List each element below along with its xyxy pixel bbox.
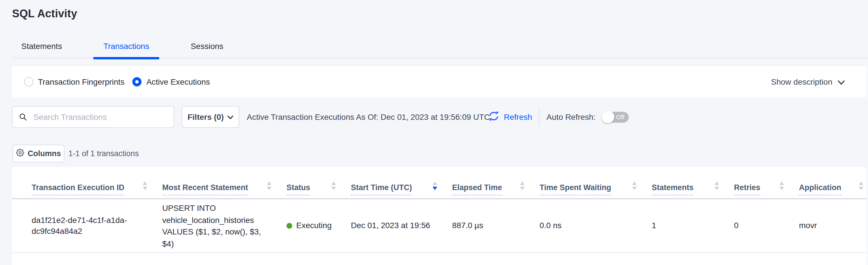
toggle-state-label: Off (616, 111, 624, 123)
cell-start-time: Dec 01, 2023 at 19:56 (351, 199, 452, 252)
cell-time-spent-waiting: 0.0 ns (539, 199, 652, 252)
columns-label: Columns (28, 149, 61, 158)
sort-icon (779, 182, 784, 190)
cell-retries: 0 (734, 199, 799, 252)
page-title: SQL Activity (12, 7, 77, 20)
search-box (12, 106, 174, 128)
auto-refresh-control: Auto Refresh: Off (547, 106, 628, 128)
column-header-statements[interactable]: Statements (652, 167, 734, 198)
radio-unselected-icon (24, 77, 33, 86)
tab-statements[interactable]: Statements (11, 33, 72, 58)
cell-elapsed-time: 887.0 µs (452, 199, 539, 252)
status-executing-dot (286, 223, 292, 229)
toolbar: Filters (0) Active Transaction Execution… (0, 106, 868, 128)
sort-icon (143, 182, 147, 190)
column-header-time-spent-waiting[interactable]: Time Spent Waiting (539, 167, 652, 198)
sort-icon (859, 182, 863, 190)
filters-button[interactable]: Filters (0) (182, 106, 239, 128)
show-description-toggle[interactable]: Show description (771, 66, 845, 97)
view-mode-card: Transaction Fingerprints Active Executio… (12, 66, 867, 97)
refresh-icon (488, 110, 500, 124)
gear-icon (16, 148, 24, 159)
tab-sessions[interactable]: Sessions (180, 33, 234, 58)
tab-bar: Statements Transactions Sessions (11, 33, 254, 58)
cell-most-recent-statement: UPSERT INTO vehicle_location_histories V… (162, 199, 286, 252)
radio-active-executions[interactable]: Active Executions (132, 77, 210, 86)
sort-icon (714, 182, 719, 190)
refresh-button[interactable]: Refresh (488, 106, 532, 128)
column-header-transaction-execution-id[interactable]: Transaction Execution ID (32, 167, 162, 198)
chevron-down-icon (227, 115, 234, 120)
table-row[interactable]: da1f21e2-de71-4c1f-a1da-dc9fc94a84a2 UPS… (12, 199, 867, 253)
radio-label: Active Executions (146, 77, 210, 86)
search-icon (19, 113, 27, 121)
columns-button[interactable]: Columns (13, 144, 64, 162)
cell-statements: 1 (652, 199, 734, 252)
search-input[interactable] (32, 112, 161, 122)
auto-refresh-label: Auto Refresh: (547, 112, 596, 122)
toolbar-divider (539, 107, 539, 126)
sort-icon (267, 182, 272, 190)
cell-transaction-execution-id: da1f21e2-de71-4c1f-a1da-dc9fc94a84a2 (32, 199, 159, 252)
tab-transactions[interactable]: Transactions (93, 33, 160, 58)
result-count: 1-1 of 1 transactions (68, 144, 139, 162)
status-label: Executing (296, 220, 332, 232)
sort-icon-desc-active (433, 182, 437, 190)
column-header-elapsed-time[interactable]: Elapsed Time (452, 167, 539, 198)
column-header-retries[interactable]: Retries (734, 167, 799, 198)
sort-icon (520, 182, 525, 190)
auto-refresh-toggle[interactable]: Off (602, 111, 628, 123)
radio-label: Transaction Fingerprints (38, 77, 125, 86)
cell-status: Executing (286, 199, 351, 252)
radio-selected-icon (132, 77, 142, 86)
column-header-status[interactable]: Status (286, 167, 351, 198)
as-of-text: Active Transaction Executions As Of: Dec… (247, 106, 490, 128)
radio-transaction-fingerprints[interactable]: Transaction Fingerprints (24, 77, 125, 86)
table-controls: Columns 1-1 of 1 transactions (0, 144, 868, 162)
transactions-table: Transaction Execution ID Most Recent Sta… (12, 167, 867, 265)
refresh-label: Refresh (504, 112, 532, 122)
column-header-start-time[interactable]: Start Time (UTC) (351, 167, 452, 198)
sort-icon (331, 182, 336, 190)
cell-application: movr (799, 199, 867, 252)
column-header-most-recent-statement[interactable]: Most Recent Statement (162, 167, 286, 198)
sort-icon (632, 182, 637, 190)
sql-activity-page: SQL Activity Statements Transactions Ses… (0, 0, 868, 265)
chevron-down-icon (838, 80, 845, 85)
toggle-knob (601, 111, 614, 123)
table-header-row: Transaction Execution ID Most Recent Sta… (12, 167, 867, 199)
column-header-application[interactable]: Application (799, 167, 867, 198)
